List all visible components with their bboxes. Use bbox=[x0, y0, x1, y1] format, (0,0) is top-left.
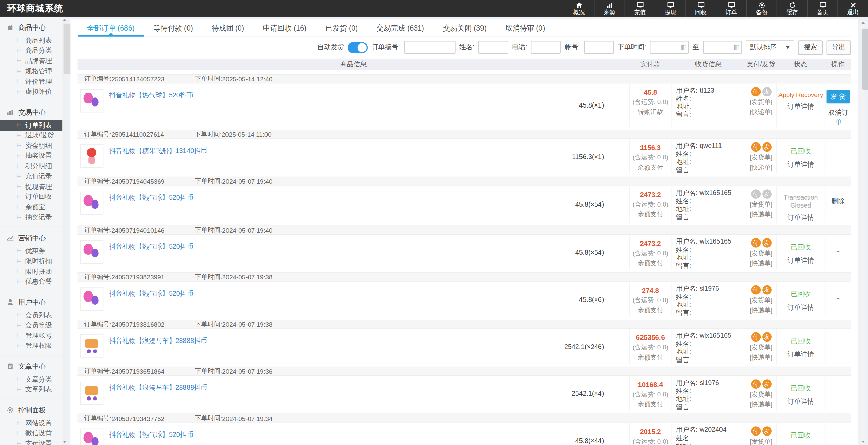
order-detail-link[interactable]: 订单详情 bbox=[777, 256, 825, 265]
express-slip-link[interactable]: [快递单] bbox=[746, 210, 776, 218]
delivery-slip-link[interactable]: [发货单] bbox=[746, 390, 776, 399]
ship-button[interactable]: 发 货 bbox=[827, 90, 850, 103]
sidebar-item[interactable]: ⊢ 评价管理 bbox=[0, 76, 62, 86]
sidebar-item[interactable]: ⊢ 优惠套餐 bbox=[0, 277, 62, 287]
sidebar-item[interactable]: ⊢ 支付设置 bbox=[0, 439, 62, 445]
topnav-cache[interactable]: 缓存 bbox=[777, 0, 807, 17]
sidebar-item[interactable]: ⊢ 订单列表 bbox=[0, 120, 62, 130]
delivery-slip-link[interactable]: [发货单] bbox=[746, 153, 776, 161]
sidebar-item[interactable]: ⊢ 限时折扣 bbox=[0, 256, 62, 266]
product-title-link[interactable]: 抖音礼物【糖果飞船】13140抖币 bbox=[109, 146, 208, 174]
order-detail-link[interactable]: 订单详情 bbox=[777, 160, 825, 170]
sidebar-item[interactable]: ⊢ 商品列表 bbox=[0, 35, 62, 45]
order-tab[interactable]: 待成团 (0) bbox=[202, 19, 254, 37]
order-tab[interactable]: 全部订单 (686) bbox=[78, 19, 144, 37]
express-slip-link[interactable]: [快递单] bbox=[746, 163, 776, 172]
product-title-link[interactable]: 抖音礼物【热气球】520抖币 bbox=[109, 430, 193, 445]
order-tab[interactable]: 交易完成 (631) bbox=[367, 19, 434, 37]
sidebar-item[interactable]: ⊢ 品牌管理 bbox=[0, 56, 62, 66]
sidebar-item[interactable]: ⊢ 会员等级 bbox=[0, 320, 62, 330]
sidebar-item[interactable]: ⊢ 文章列表 bbox=[0, 385, 62, 395]
cancel-order-link[interactable]: 取消订单 bbox=[825, 108, 851, 127]
order-tab[interactable]: 申请回收 (16) bbox=[254, 19, 316, 37]
name-input[interactable] bbox=[478, 41, 508, 54]
sidebar-item[interactable]: ⊢ 优惠券 bbox=[0, 246, 62, 256]
order-detail-link[interactable]: 订单详情 bbox=[777, 397, 825, 407]
delivery-slip-link[interactable]: [发货单] bbox=[746, 200, 776, 209]
delivery-slip-link[interactable]: [发货单] bbox=[746, 296, 776, 304]
scroll-down-icon[interactable] bbox=[63, 441, 66, 443]
sidebar-item[interactable]: ⊢ 抽奖设置 bbox=[0, 151, 62, 161]
sidebar-section-header-trade[interactable]: 交易中心 bbox=[0, 106, 62, 120]
express-slip-link[interactable]: [快递单] bbox=[746, 108, 776, 116]
topnav-overview[interactable]: 概况 bbox=[564, 0, 594, 17]
order-tab[interactable]: 已发货 (0) bbox=[316, 19, 367, 37]
express-slip-link[interactable]: [快递单] bbox=[746, 353, 776, 362]
product-title-link[interactable]: 抖音礼物【热气球】520抖币 bbox=[109, 242, 193, 270]
sidebar-section-header-article[interactable]: 文章中心 bbox=[0, 360, 62, 374]
sidebar-item[interactable]: ⊢ 资金明细 bbox=[0, 141, 62, 151]
topnav-logout[interactable]: 退出 bbox=[837, 0, 868, 17]
sidebar-section-header-goods[interactable]: 商品中心 bbox=[0, 21, 62, 35]
topnav-recharge[interactable]: 充值 bbox=[625, 0, 655, 17]
express-slip-link[interactable]: [快递单] bbox=[746, 400, 776, 408]
sidebar-item[interactable]: ⊢ 退款/退货 bbox=[0, 130, 62, 140]
topnav-withdraw[interactable]: 提现 bbox=[655, 0, 685, 17]
main-scrollbar[interactable] bbox=[861, 19, 865, 445]
order-tab[interactable]: 取消待审 (0) bbox=[496, 19, 554, 37]
scroll-down-icon[interactable] bbox=[861, 441, 865, 443]
topnav-orders[interactable]: 订单 bbox=[716, 0, 746, 17]
sidebar-item[interactable]: ⊢ 提现管理 bbox=[0, 182, 62, 192]
product-title-link[interactable]: 抖音礼物【浪漫马车】28888抖币 bbox=[109, 383, 208, 411]
delivery-slip-link[interactable]: [发货单] bbox=[746, 438, 776, 445]
scrollbar-thumb[interactable] bbox=[861, 28, 868, 90]
sidebar-section-header-user[interactable]: 用户中心 bbox=[0, 296, 62, 310]
start-date-input[interactable]: ▦ bbox=[650, 41, 689, 54]
sidebar-item[interactable]: ⊢ 积分明细 bbox=[0, 161, 62, 171]
product-title-link[interactable]: 抖音礼物【热气球】520抖币 bbox=[109, 289, 193, 317]
sidebar-section-header-marketing[interactable]: 营销中心 bbox=[0, 231, 62, 246]
product-title-link[interactable]: 抖音礼物【浪漫马车】28888抖币 bbox=[109, 336, 208, 364]
order-no-input[interactable] bbox=[404, 41, 455, 54]
delivery-slip-link[interactable]: [发货单] bbox=[746, 249, 776, 257]
account-input[interactable] bbox=[584, 41, 614, 54]
scroll-up-icon[interactable] bbox=[63, 19, 66, 21]
sidebar-item[interactable]: ⊢ 网站设置 bbox=[0, 418, 62, 428]
sidebar-item[interactable]: ⊢ 微信设置 bbox=[0, 428, 62, 439]
search-button[interactable]: 搜索 bbox=[798, 40, 823, 54]
sidebar-section-header-panel[interactable]: 控制面板 bbox=[0, 404, 62, 418]
phone-input[interactable] bbox=[531, 41, 561, 54]
sidebar-item[interactable]: ⊢ 会员列表 bbox=[0, 310, 62, 320]
sidebar-item[interactable]: ⊢ 管理帐号 bbox=[0, 331, 62, 341]
sidebar-item[interactable]: ⊢ 文章分类 bbox=[0, 374, 62, 385]
scroll-up-icon[interactable] bbox=[861, 22, 865, 24]
product-title-link[interactable]: 抖音礼物【热气球】520抖币 bbox=[109, 193, 193, 223]
order-tab[interactable]: 等待付款 (0) bbox=[144, 19, 202, 37]
sidebar-item[interactable]: ⊢ 抽奖记录 bbox=[0, 212, 62, 222]
topnav-backup[interactable]: 备份 bbox=[746, 0, 777, 17]
delivery-slip-link[interactable]: [发货单] bbox=[746, 343, 776, 351]
sidebar-item[interactable]: ⊢ 订单回收 bbox=[0, 192, 62, 202]
order-detail-link[interactable]: 订单详情 bbox=[777, 102, 825, 111]
sidebar-item[interactable]: ⊢ 充值记录 bbox=[0, 171, 62, 181]
order-detail-link[interactable]: 订单详情 bbox=[777, 350, 825, 360]
sort-select[interactable]: 默认排序 bbox=[746, 40, 794, 54]
order-tab[interactable]: 交易关闭 (39) bbox=[434, 19, 496, 37]
topnav-source[interactable]: 来源 bbox=[594, 0, 625, 17]
sidebar-item[interactable]: ⊢ 余额宝 bbox=[0, 202, 62, 212]
delete-link[interactable]: 删除 bbox=[825, 197, 851, 206]
topnav-homepage[interactable]: 首页 bbox=[807, 0, 837, 17]
export-button[interactable]: 导出 bbox=[827, 40, 851, 54]
order-detail-link[interactable]: 订单详情 bbox=[777, 303, 825, 312]
sidebar-item[interactable]: ⊢ 管理权限 bbox=[0, 341, 62, 351]
delivery-slip-link[interactable]: [发货单] bbox=[746, 98, 776, 106]
auto-ship-toggle[interactable] bbox=[348, 42, 368, 53]
topnav-recovery[interactable]: 回收 bbox=[685, 0, 716, 17]
sidebar-item[interactable]: ⊢ 商品分类 bbox=[0, 46, 62, 56]
product-title-link[interactable]: 抖音礼物【热气球】520抖币 bbox=[109, 91, 193, 127]
sidebar-item[interactable]: ⊢ 限时拼团 bbox=[0, 266, 62, 276]
express-slip-link[interactable]: [快递单] bbox=[746, 306, 776, 314]
end-date-input[interactable]: ▦ bbox=[703, 41, 742, 54]
order-detail-link[interactable]: 订单详情 bbox=[777, 213, 825, 223]
sidebar-item[interactable]: ⊢ 虚拟评价 bbox=[0, 87, 62, 97]
